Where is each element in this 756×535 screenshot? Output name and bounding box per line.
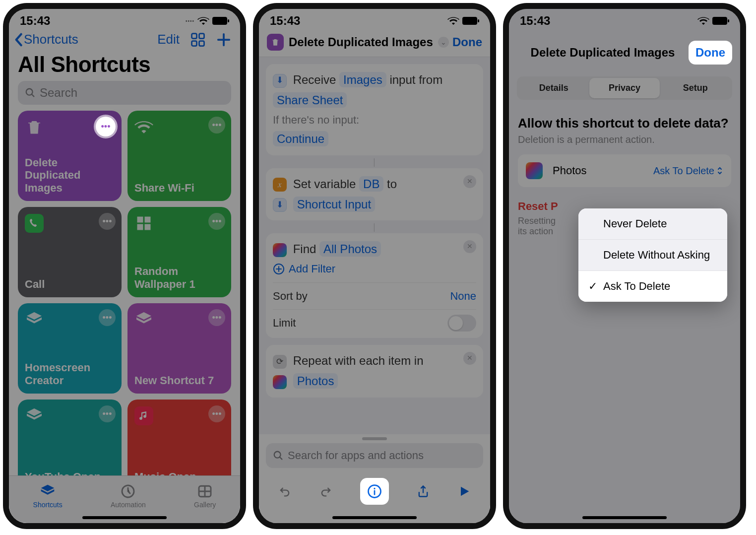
privacy-value[interactable]: Ask To Delete	[653, 165, 723, 177]
done-button[interactable]: Done	[452, 35, 482, 49]
privacy-sub: Deletion is a permanent action.	[518, 134, 731, 145]
grid-view-icon[interactable]	[190, 32, 205, 47]
setvar-name[interactable]: DB	[359, 176, 383, 192]
tab-gallery[interactable]: Gallery	[194, 483, 216, 509]
tab-shortcuts[interactable]: Shortcuts	[33, 483, 63, 509]
actions-search[interactable]: Search for apps and actions	[266, 443, 483, 468]
status-right	[697, 16, 729, 25]
cellular-dots-icon: ••••	[186, 18, 194, 24]
tile-more-button[interactable]: •••	[96, 117, 116, 136]
back-button[interactable]: Shortcuts	[14, 32, 78, 47]
tile-more-button[interactable]: •••	[99, 213, 116, 230]
tile-label: Share Wi-Fi	[134, 182, 224, 194]
editor-body[interactable]: ⬇ Receive Images input from Share Sheet …	[259, 57, 490, 434]
tile-homescreen-creator[interactable]: ••• Homescreen Creator	[18, 303, 122, 394]
phone-privacy-settings: 15:43 Delete Duplicated Images Done Deta…	[503, 3, 746, 529]
tile-more-button[interactable]: •••	[208, 117, 225, 134]
action-find-photos[interactable]: ✕ Find All Photos Add Filter Sort by Non…	[266, 233, 483, 338]
tile-new-shortcut[interactable]: ••• New Shortcut 7	[127, 303, 231, 394]
action-repeat[interactable]: ✕ ⟳ Repeat with each item in Photos	[266, 345, 483, 398]
option-delete-without-asking[interactable]: Delete Without Asking	[578, 240, 727, 271]
svg-rect-2	[192, 33, 197, 38]
done-button[interactable]: Done	[689, 41, 732, 65]
privacy-app-row[interactable]: Photos Ask To Delete	[518, 154, 731, 187]
wifi-icon	[197, 16, 209, 25]
segmented-control[interactable]: Details Privacy Setup	[517, 76, 732, 100]
settings-header: Delete Duplicated Images Done	[509, 30, 740, 71]
tile-more-button[interactable]: •••	[208, 309, 225, 326]
svg-rect-5	[199, 41, 204, 46]
input-icon: ⬇	[273, 198, 287, 212]
redo-button[interactable]	[319, 484, 333, 498]
receive-source[interactable]: Share Sheet	[273, 92, 347, 108]
tile-more-button[interactable]: •••	[99, 405, 116, 422]
back-label: Shortcuts	[24, 32, 78, 47]
tile-share-wifi[interactable]: ••• Share Wi-Fi	[127, 111, 231, 201]
svg-rect-10	[478, 19, 479, 22]
status-bar: 15:43	[259, 9, 490, 30]
undo-button[interactable]	[278, 484, 292, 498]
sort-value[interactable]: None	[450, 287, 476, 305]
tab-label: Shortcuts	[33, 501, 63, 509]
add-button[interactable]	[216, 32, 231, 47]
tab-label: Gallery	[194, 501, 216, 509]
wifi-icon	[447, 16, 459, 25]
sort-row[interactable]: Sort by None	[273, 282, 476, 309]
tab-setup[interactable]: Setup	[660, 78, 731, 98]
gallery-tab-icon	[197, 483, 213, 499]
limit-row: Limit	[273, 309, 476, 336]
edit-button[interactable]: Edit	[157, 32, 180, 47]
chevron-down-icon[interactable]: ⌄	[438, 37, 449, 48]
home-indicator[interactable]	[582, 516, 667, 519]
connector-line: │	[266, 158, 483, 165]
delete-options-menu: Never Delete Delete Without Asking ✓Ask …	[578, 208, 727, 302]
run-button[interactable]	[457, 484, 471, 498]
option-ask-to-delete[interactable]: ✓Ask To Delete	[578, 271, 727, 302]
repeat-value[interactable]: Photos	[293, 373, 338, 389]
actions-search-placeholder: Search for apps and actions	[288, 449, 424, 462]
svg-rect-16	[728, 19, 729, 22]
limit-toggle[interactable]	[447, 315, 476, 332]
tile-delete-duplicated[interactable]: ••• Delete Duplicated Images	[18, 111, 122, 201]
status-right	[447, 16, 479, 25]
status-time: 15:43	[270, 14, 300, 28]
check-icon: ✓	[588, 280, 597, 293]
option-never-delete[interactable]: Never Delete	[578, 208, 727, 240]
tile-random-wallpaper[interactable]: ••• Random Wallpaper 1	[127, 207, 231, 297]
limit-label: Limit	[273, 314, 296, 332]
home-indicator[interactable]	[82, 516, 167, 519]
battery-icon	[212, 17, 229, 25]
shortcut-icon[interactable]	[267, 34, 284, 51]
search-field[interactable]: Search	[18, 81, 231, 105]
action-set-variable[interactable]: ✕ 𝑥 Set variable DB to ⬇ Shortcut Input	[266, 168, 483, 221]
shortcut-title[interactable]: Delete Duplicated Images	[289, 35, 433, 49]
privacy-app-name: Photos	[553, 164, 587, 177]
add-filter-button[interactable]: Add Filter	[273, 260, 476, 278]
tile-more-button[interactable]: •••	[208, 405, 225, 422]
automation-tab-icon	[120, 483, 136, 499]
info-button[interactable]	[360, 478, 389, 505]
add-filter-label: Add Filter	[289, 260, 335, 278]
tab-privacy[interactable]: Privacy	[589, 78, 660, 98]
svg-rect-0	[212, 17, 227, 25]
find-pre: Find	[293, 242, 316, 256]
find-value[interactable]: All Photos	[319, 241, 381, 257]
delete-action-button[interactable]: ✕	[463, 175, 476, 188]
editor-toolbar	[259, 468, 490, 510]
receive-type[interactable]: Images	[339, 72, 386, 87]
battery-icon	[712, 17, 729, 25]
chevron-left-icon	[14, 33, 23, 47]
sheet-grabber[interactable]	[362, 437, 387, 440]
tile-call[interactable]: ••• Call	[18, 207, 122, 297]
tile-more-button[interactable]: •••	[208, 213, 225, 230]
noinput-value[interactable]: Continue	[273, 131, 328, 146]
tab-details[interactable]: Details	[518, 78, 589, 98]
share-button[interactable]	[416, 484, 430, 498]
tile-more-button[interactable]: •••	[99, 309, 116, 326]
home-indicator[interactable]	[332, 516, 417, 519]
music-icon	[134, 406, 153, 425]
setvar-mid: to	[387, 177, 397, 191]
action-receive[interactable]: ⬇ Receive Images input from Share Sheet …	[266, 64, 483, 155]
setvar-value[interactable]: Shortcut Input	[293, 197, 375, 212]
tab-automation[interactable]: Automation	[111, 483, 146, 509]
